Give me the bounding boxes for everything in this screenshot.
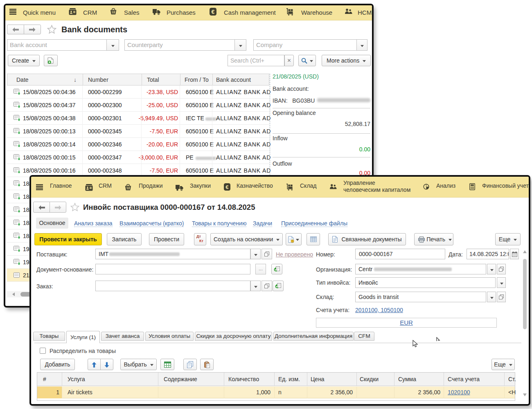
svg-text:€: € [225, 184, 229, 190]
svg-text:€: € [212, 9, 215, 15]
